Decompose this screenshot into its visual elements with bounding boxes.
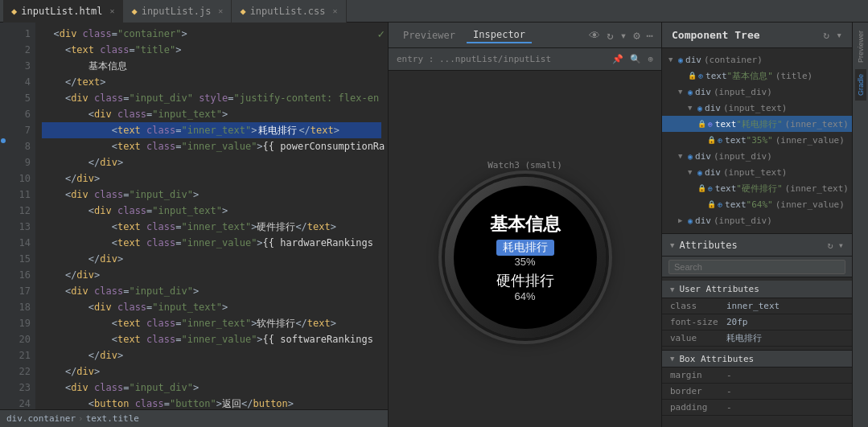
code-line-15: </div> xyxy=(42,251,381,267)
tree-arrow-10: ▶ xyxy=(678,216,688,224)
main-layout: 12345 678910 1112131415 1617181920 21222… xyxy=(0,23,868,427)
zoom-out-icon[interactable]: 🔍 xyxy=(630,54,641,64)
tree-item-7[interactable]: ▼ ◉ div (input_text) xyxy=(662,164,852,180)
watch-item1-value: 35% xyxy=(514,256,535,268)
breadcrumb-title[interactable]: text.title xyxy=(86,413,139,424)
tree-arrow-4 xyxy=(690,120,697,128)
tree-arrow-3: ▼ xyxy=(688,104,697,112)
tab-previewer[interactable]: Previewer xyxy=(397,28,462,43)
breadcrumb-sep: › xyxy=(78,413,84,424)
tree-item-type-2: (input_div) xyxy=(714,87,772,97)
code-line-1: <div class="container"> xyxy=(42,26,381,42)
wifi-icon[interactable]: ▾ xyxy=(620,29,627,42)
code-line-10: </div> xyxy=(42,170,381,187)
tree-item-name-7: div xyxy=(705,167,721,178)
tab-html-label: inputList.html xyxy=(21,6,102,17)
tree-item-name-6: div xyxy=(695,151,711,162)
watch-item-1: 耗电排行 35% xyxy=(496,240,554,268)
tree-item-name-2: div xyxy=(695,87,711,97)
tree-item-5[interactable]: 🔒 ⊕ text "35%" (inner_value) xyxy=(662,132,852,148)
code-line-7: <text class="inner_text">耗电排行</text> xyxy=(42,122,381,138)
lock-icon-5: 🔒 xyxy=(707,136,716,144)
watch-item2-value: 64% xyxy=(514,290,535,302)
code-line-20: <text class="inner_value">{{ softwareRan… xyxy=(42,331,381,347)
tree-item-8[interactable]: 🔒 ⊕ text "硬件排行" (inner_text) xyxy=(662,180,852,196)
tree-item-name-9: text xyxy=(725,199,747,210)
tab-inspector-label: Inspector xyxy=(473,29,525,40)
tree-node-icon-10: ◉ xyxy=(688,216,693,225)
preview-toolbar: Previewer Inspector 👁 ↻ ▾ ⚙ ⋯ xyxy=(389,23,661,48)
user-attr-arrow: ▼ xyxy=(670,285,674,294)
tree-item-type-5: (inner_value) xyxy=(775,135,845,146)
tree-item-3[interactable]: ▼ ◉ div (input_text) xyxy=(662,100,852,116)
inspector-header: Component Tree ↻ ▾ xyxy=(662,23,852,48)
attr-val-class: inner_text xyxy=(726,301,780,311)
code-line-3: 基本信息 xyxy=(42,58,381,74)
previewer-sidebar-btn[interactable]: Previewer xyxy=(855,26,866,68)
tree-item-9[interactable]: 🔒 ⊕ text "64%" (inner_value) xyxy=(662,196,852,212)
settings-icon[interactable]: ⚙ xyxy=(633,29,640,42)
attr-key-class: class xyxy=(670,301,726,311)
code-line-12: <div class="input_text"> xyxy=(42,203,381,219)
eye-icon[interactable]: 👁 xyxy=(589,29,600,42)
code-line-19: <text class="inner_text">软件排行</text> xyxy=(42,315,381,331)
refresh-tree-icon[interactable]: ↻ xyxy=(823,29,829,41)
refresh-icon[interactable]: ↻ xyxy=(607,29,613,42)
tree-node-icon-5: ⊕ xyxy=(718,136,722,145)
pin-icon[interactable]: 📌 xyxy=(612,54,623,64)
box-attr-arrow: ▼ xyxy=(670,355,674,363)
more-icon[interactable]: ⋯ xyxy=(647,29,653,42)
gradle-sidebar-btn[interactable]: Gradle xyxy=(855,69,866,101)
tree-item-type-1: (title) xyxy=(775,71,812,81)
search-input[interactable] xyxy=(668,260,845,274)
tab-previewer-label: Previewer xyxy=(403,30,455,41)
box-attr-header[interactable]: ▼ Box Attributes xyxy=(662,350,852,367)
watch-item1-label: 耗电排行 xyxy=(496,240,554,256)
tab-js-close[interactable]: ✕ xyxy=(218,6,223,15)
refresh-attrs-icon[interactable]: ↻ xyxy=(828,240,833,251)
tree-item-quoted-9: "64%" xyxy=(747,199,773,210)
watch-bezel: 基本信息 耗电排行 35% 硬件排行 64% xyxy=(445,177,606,338)
user-attr-header[interactable]: ▼ User Attributes xyxy=(662,281,852,298)
tab-html-close[interactable]: ✕ xyxy=(109,6,114,15)
tree-item-quoted-4: "耗电排行" xyxy=(736,118,782,130)
inspector-panel: Component Tree ↻ ▾ ▼ ◉ div (container) 🔒… xyxy=(662,23,852,427)
tree-item-type-7: (input_text) xyxy=(723,167,787,178)
attributes-header[interactable]: ▼ Attributes ↻ ▾ xyxy=(662,234,852,257)
tree-arrow-8 xyxy=(690,184,697,192)
code-area[interactable]: ✓ <div class="container"> <text class="t… xyxy=(35,23,388,409)
tree-item-10[interactable]: ▶ ◉ div (input_div) xyxy=(662,212,852,228)
tree-item-4[interactable]: 🔒 ⊕ text "耗电排行" (inner_text) xyxy=(662,116,852,132)
lock-icon-8: 🔒 xyxy=(697,184,706,192)
tree-item-name-8: text xyxy=(715,183,737,194)
tree-item-quoted-8: "硬件排行" xyxy=(736,183,782,195)
tab-css[interactable]: ◆ inputList.css ✕ xyxy=(232,0,346,23)
tab-html[interactable]: ◆ inputList.html ✕ xyxy=(3,0,123,23)
tree-node-icon-8: ⊕ xyxy=(708,184,713,193)
attr-key-fontsize: font-size xyxy=(670,317,726,327)
tab-js[interactable]: ◆ inputList.js ✕ xyxy=(123,0,232,23)
line-numbers: 12345 678910 1112131415 1617181920 21222… xyxy=(6,23,35,409)
watch-container: 基本信息 耗电排行 35% 硬件排行 64% xyxy=(445,177,606,338)
box-attr-row-padding: padding - xyxy=(662,400,852,416)
tree-item-1[interactable]: 🔒 ⊕ text "基本信息" (title) xyxy=(662,68,852,84)
tree-item-type-0: (container) xyxy=(704,55,763,65)
collapse-icon[interactable]: ▾ xyxy=(836,29,842,41)
breadcrumb: div.container › text.title xyxy=(0,409,388,427)
attrs-more-icon[interactable]: ▾ xyxy=(838,240,844,251)
tree-arrow-2: ▼ xyxy=(678,88,688,96)
tree-item-name-10: div xyxy=(695,216,711,226)
tab-inspector[interactable]: Inspector xyxy=(467,27,532,43)
code-line-23: <div class="input_div"> xyxy=(42,380,381,396)
tree-item-6[interactable]: ▼ ◉ div (input_div) xyxy=(662,148,852,164)
tree-item-2[interactable]: ▼ ◉ div (input_div) xyxy=(662,84,852,100)
tab-bar: ◆ inputList.html ✕ ◆ inputList.js ✕ ◆ in… xyxy=(0,0,868,23)
attr-row-class: class inner_text xyxy=(662,298,852,314)
component-tree[interactable]: ▼ ◉ div (container) 🔒 ⊕ text "基本信息" (tit… xyxy=(662,48,852,233)
breadcrumb-container[interactable]: div.container xyxy=(6,413,76,424)
tab-css-close[interactable]: ✕ xyxy=(333,6,338,15)
watch-item-2: 硬件排行 64% xyxy=(496,271,554,302)
tree-item-0[interactable]: ▼ ◉ div (container) xyxy=(662,51,852,68)
tree-node-icon-2: ◉ xyxy=(688,88,693,96)
zoom-in-icon[interactable]: ⊕ xyxy=(648,54,653,64)
